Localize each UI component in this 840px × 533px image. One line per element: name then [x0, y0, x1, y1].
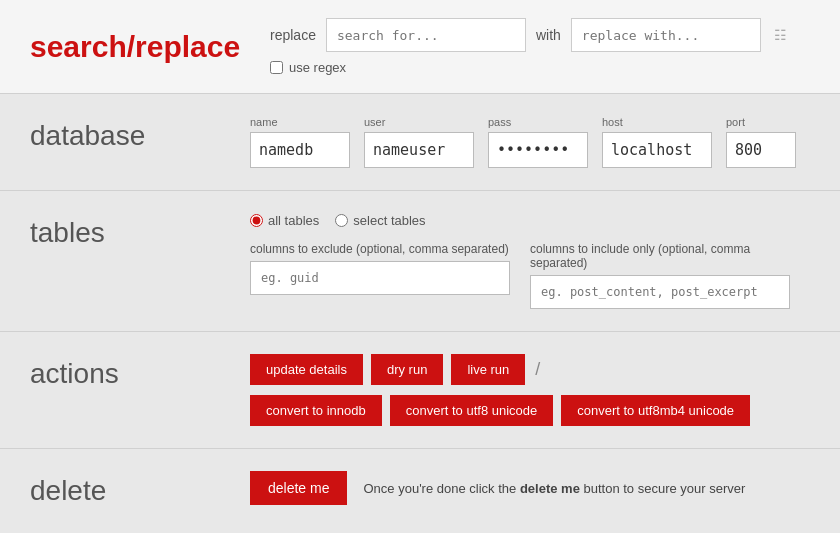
use-regex-label: use regex — [289, 60, 346, 75]
replace-label: replace — [270, 27, 316, 43]
database-section: database name user pass host port — [0, 94, 840, 191]
include-columns-group: columns to include only (optional, comma… — [530, 242, 810, 309]
delete-description: Once you're done click the delete me but… — [363, 481, 745, 496]
all-tables-radio[interactable] — [250, 214, 263, 227]
replace-input[interactable] — [571, 18, 761, 52]
convert-innodb-button[interactable]: convert to innodb — [250, 395, 382, 426]
all-tables-label: all tables — [268, 213, 319, 228]
include-columns-label: columns to include only (optional, comma… — [530, 242, 810, 270]
db-port-field: port — [726, 116, 796, 168]
update-details-button[interactable]: update details — [250, 354, 363, 385]
include-columns-input[interactable] — [530, 275, 790, 309]
delete-me-button[interactable]: delete me — [250, 471, 347, 505]
db-name-input[interactable] — [250, 132, 350, 168]
slash-divider: / — [535, 359, 540, 380]
header-section: search/replace replace with ☷ use regex — [0, 0, 840, 94]
search-replace-controls: replace with ☷ use regex — [270, 18, 791, 75]
db-host-input[interactable] — [602, 132, 712, 168]
delete-label: delete — [30, 471, 250, 507]
db-user-field: user — [364, 116, 474, 168]
db-port-label: port — [726, 116, 796, 128]
database-content: name user pass host port — [250, 116, 810, 168]
database-label: database — [30, 116, 250, 152]
title-suffix: replace — [135, 30, 240, 63]
spreadsheet-icon: ☷ — [771, 25, 791, 45]
db-pass-label: pass — [488, 116, 588, 128]
db-user-input[interactable] — [364, 132, 474, 168]
delete-text-bold: delete me — [520, 481, 580, 496]
select-tables-label: select tables — [353, 213, 425, 228]
with-label: with — [536, 27, 561, 43]
search-input[interactable] — [326, 18, 526, 52]
exclude-columns-label: columns to exclude (optional, comma sepa… — [250, 242, 510, 256]
tables-section: tables all tables select tables columns … — [0, 191, 840, 332]
db-user-label: user — [364, 116, 474, 128]
live-run-button[interactable]: live run — [451, 354, 525, 385]
delete-text-suffix: button to secure your server — [580, 481, 745, 496]
title-slash: / — [127, 30, 135, 63]
db-pass-field: pass — [488, 116, 588, 168]
exclude-columns-group: columns to exclude (optional, comma sepa… — [250, 242, 510, 309]
actions-section: actions update details dry run live run … — [0, 332, 840, 449]
all-tables-option[interactable]: all tables — [250, 213, 319, 228]
db-host-label: host — [602, 116, 712, 128]
convert-utf8mb4-button[interactable]: convert to utf8mb4 unicode — [561, 395, 750, 426]
use-regex-checkbox[interactable] — [270, 61, 283, 74]
actions-label: actions — [30, 354, 250, 390]
actions-content: update details dry run live run / conver… — [250, 354, 810, 426]
convert-utf8-button[interactable]: convert to utf8 unicode — [390, 395, 554, 426]
db-port-input[interactable] — [726, 132, 796, 168]
tables-content: all tables select tables columns to excl… — [250, 213, 810, 309]
delete-content: delete me Once you're done click the del… — [250, 471, 810, 505]
exclude-columns-input[interactable] — [250, 261, 510, 295]
app-title: search/replace — [30, 30, 230, 64]
db-name-label: name — [250, 116, 350, 128]
db-host-field: host — [602, 116, 712, 168]
select-tables-radio[interactable] — [335, 214, 348, 227]
title-prefix: search — [30, 30, 127, 63]
select-tables-option[interactable]: select tables — [335, 213, 425, 228]
db-name-field: name — [250, 116, 350, 168]
delete-text-prefix: Once you're done click the — [363, 481, 519, 496]
dry-run-button[interactable]: dry run — [371, 354, 443, 385]
delete-section: delete delete me Once you're done click … — [0, 449, 840, 529]
db-pass-input[interactable] — [488, 132, 588, 168]
tables-label: tables — [30, 213, 250, 249]
